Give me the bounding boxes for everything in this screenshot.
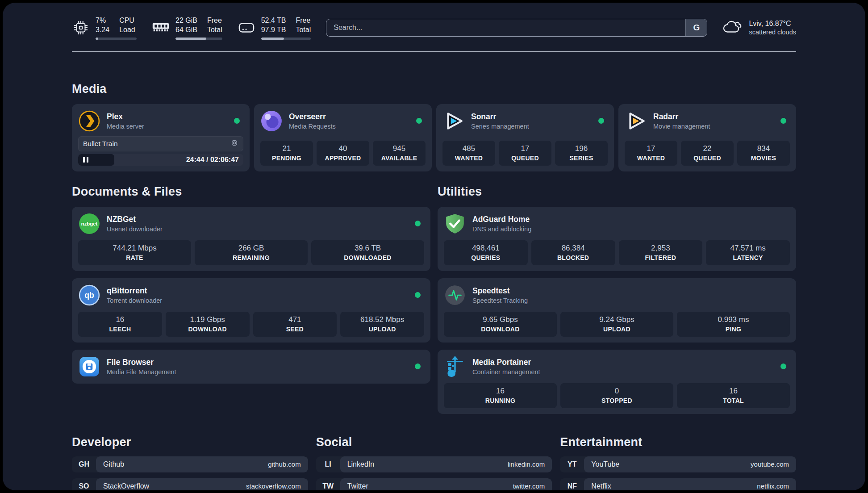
sonarr-icon: [442, 110, 465, 132]
settings-icon[interactable]: [230, 139, 238, 149]
bookmark-name: Github: [103, 460, 124, 468]
bookmark-link[interactable]: TW Twitter twitter.com: [316, 478, 552, 490]
bookmark-name: StackOverflow: [103, 482, 149, 490]
stat-value: 266 GB: [196, 244, 306, 253]
stat-value: 485: [444, 144, 493, 153]
memory-free-label: Free: [207, 16, 222, 25]
search-engine-button[interactable]: G: [685, 19, 707, 36]
app-icon: [78, 355, 100, 378]
playback-progress-bar: 24:44 / 02:06:47: [78, 154, 243, 166]
overseerr-icon: [260, 110, 283, 132]
service-card[interactable]: AdGuard Home DNS and adblocking 498,461 …: [438, 207, 796, 271]
bookmark-name: Twitter: [347, 482, 368, 490]
bookmark-url: stackoverflow.com: [246, 482, 301, 490]
disk-total-value: 97.9 TB: [261, 25, 286, 35]
cpu-widget: 7% 3.24 CPU Load: [72, 16, 137, 40]
stat-value: 0: [562, 387, 672, 396]
cpu-load-label: Load: [119, 25, 135, 35]
disk-total-label: Total: [296, 25, 311, 35]
app-title: qBittorrent: [107, 286, 162, 296]
weather-condition: scattered clouds: [749, 29, 796, 36]
bookmark-link[interactable]: LI LinkedIn linkedin.com: [316, 456, 552, 472]
service-card[interactable]: Radarr Movie management 17 WANTED 22: [618, 104, 796, 171]
stat-value: 16: [80, 315, 160, 324]
pause-icon[interactable]: [83, 157, 88, 163]
service-card[interactable]: Speedtest Speedtest Tracking 9.65 Gbps D…: [438, 278, 796, 343]
bookmark-abbr: TW: [316, 478, 340, 490]
service-card[interactable]: nzbget NZBGet Usenet downloader: [72, 207, 430, 271]
service-card[interactable]: Plex Media server Bullet Train: [72, 104, 250, 171]
developer-links: GH Github github.com SO StackOverflow st…: [72, 456, 308, 490]
stat-label: RUNNING: [446, 397, 555, 404]
status-dot: [780, 118, 786, 124]
stat-value: 39.6 TB: [313, 244, 422, 253]
service-card[interactable]: qb qBittorrent Torrent downloader: [72, 278, 430, 343]
app-subtitle: DNS and adblocking: [472, 226, 531, 233]
stat-value: 40: [318, 144, 367, 153]
stat-tile: 16 TOTAL: [677, 383, 790, 408]
stat-tile: 17 WANTED: [625, 141, 677, 166]
stat-value: 17: [501, 144, 550, 153]
playback-time: 24:44 / 02:06:47: [186, 156, 243, 164]
app-icon: qb: [78, 284, 100, 306]
qbittorrent-icon: qb: [78, 284, 100, 306]
service-card[interactable]: Overseerr Media Requests 21 PENDING 40: [254, 104, 432, 171]
bookmark-url: netflix.com: [757, 482, 789, 490]
stat-label: WANTED: [626, 155, 676, 162]
stat-value: 9.24 Gbps: [562, 315, 672, 324]
stat-label: DOWNLOAD: [167, 326, 248, 333]
app-title: Sonarr: [471, 112, 529, 121]
stat-label: PENDING: [262, 155, 311, 162]
stat-label: TOTAL: [679, 397, 788, 404]
app-icon: [444, 213, 466, 235]
status-dot: [415, 292, 421, 298]
service-card[interactable]: Sonarr Series management 485 WANTED 17: [436, 104, 614, 171]
utilities-card-stack: AdGuard Home DNS and adblocking 498,461 …: [438, 207, 796, 414]
stat-value: 47.571 ms: [708, 244, 788, 253]
stat-tiles: 498,461 QUERIES 86,384 BLOCKED 2,953 FIL…: [444, 235, 790, 265]
bookmark-url: twitter.com: [513, 482, 545, 490]
app-title: NZBGet: [107, 215, 163, 224]
service-card[interactable]: Media Portainer Container management 16 …: [438, 350, 796, 414]
stat-tile: 21 PENDING: [260, 141, 313, 166]
stat-tiles: 17 WANTED 22 QUEUED 834 MOVIES: [625, 135, 790, 166]
stat-tile: 2,953 FILTERED: [619, 240, 703, 265]
stat-label: UPLOAD: [562, 326, 672, 333]
adguard-icon: [444, 213, 466, 235]
app-subtitle: Media Requests: [289, 123, 336, 130]
stat-label: AVAILABLE: [375, 155, 424, 162]
stat-label: RATE: [80, 254, 189, 261]
disk-progress-bar: [261, 38, 311, 40]
section-title-documents: Documents & Files: [72, 185, 430, 199]
search-input[interactable]: [326, 19, 685, 36]
svg-text:qb: qb: [84, 291, 94, 300]
status-dot: [415, 363, 421, 369]
bookmark-link[interactable]: NF Netflix netflix.com: [560, 478, 796, 490]
bookmark-link[interactable]: YT YouTube youtube.com: [560, 456, 796, 472]
stat-tile: 618.52 Mbps UPLOAD: [340, 312, 424, 337]
app-title: Media Portainer: [472, 358, 540, 367]
app-title: Plex: [107, 112, 144, 121]
stat-tile: 22 QUEUED: [681, 141, 734, 166]
entertainment-links: YT YouTube youtube.com NF Netflix netfli…: [560, 456, 796, 490]
stat-value: 16: [446, 387, 555, 396]
memory-progress-bar: [175, 38, 222, 40]
search-bar[interactable]: G: [326, 19, 707, 37]
bookmark-link[interactable]: SO StackOverflow stackoverflow.com: [72, 478, 308, 490]
status-dot: [234, 118, 240, 124]
service-card[interactable]: File Browser Media File Management: [72, 350, 430, 384]
stat-tile: 834 MOVIES: [737, 141, 790, 166]
disk-widget: 52.4 TB 97.9 TB Free Total: [238, 16, 311, 40]
bookmark-abbr: NF: [560, 478, 584, 490]
stat-label: APPROVED: [318, 155, 367, 162]
stat-tile: 0.993 ms PING: [677, 312, 790, 337]
stat-tiles: 16 LEECH 1.19 Gbps DOWNLOAD 471 SEED: [78, 306, 424, 337]
stat-tile: 39.6 TB DOWNLOADED: [311, 240, 424, 265]
stat-value: 86,384: [533, 244, 613, 253]
app-title: Radarr: [653, 112, 710, 121]
top-bar: 7% 3.24 CPU Load: [72, 16, 796, 40]
section-title-utilities: Utilities: [438, 185, 796, 199]
filebrowser-icon: [78, 355, 100, 378]
bookmark-link[interactable]: GH Github github.com: [72, 456, 308, 472]
stat-label: WANTED: [444, 155, 493, 162]
